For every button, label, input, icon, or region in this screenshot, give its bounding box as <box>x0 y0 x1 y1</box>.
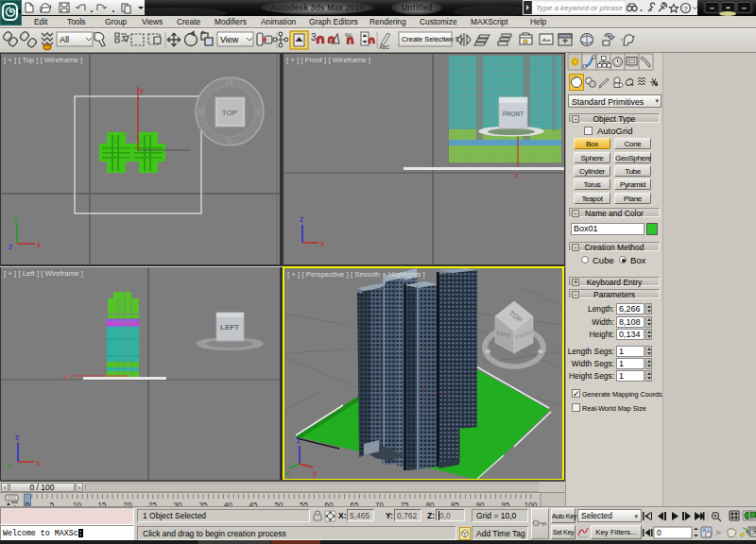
svg-text:y: y <box>140 86 144 94</box>
svg-text:z: z <box>9 242 12 251</box>
svg-text:Autodesk 3ds Max 2010: Autodesk 3ds Max 2010 <box>270 3 364 12</box>
svg-text:?: ? <box>683 5 688 13</box>
svg-text:FRONT: FRONT <box>503 110 524 117</box>
svg-text:y: y <box>14 213 19 223</box>
svg-text:x: x <box>37 240 42 249</box>
svg-text:TOP: TOP <box>222 109 237 117</box>
svg-text:ABC: ABC <box>379 44 389 50</box>
svg-text:z: z <box>297 435 301 445</box>
svg-text:All: All <box>60 35 69 44</box>
svg-text:Create Selection Se: Create Selection Se <box>402 35 464 43</box>
svg-text:N: N <box>226 76 233 87</box>
svg-text:Type a keyword or phrase: Type a keyword or phrase <box>536 4 623 12</box>
svg-text:3: 3 <box>311 32 317 42</box>
svg-text:x: x <box>285 468 290 478</box>
svg-text:x: x <box>515 171 519 179</box>
svg-text:x: x <box>193 146 197 155</box>
svg-text:Untitled: Untitled <box>402 3 433 12</box>
svg-text:View: View <box>220 35 239 44</box>
svg-text:x: x <box>320 239 325 248</box>
svg-text:y: y <box>313 468 318 478</box>
svg-text:0: 0 <box>657 528 662 537</box>
svg-text:x: x <box>36 458 41 468</box>
svg-text:z: z <box>15 433 19 442</box>
svg-text:E: E <box>256 106 263 117</box>
svg-text:z: z <box>300 214 303 224</box>
svg-text:S: S <box>226 137 232 148</box>
svg-text:y: y <box>8 460 12 469</box>
svg-text:W: W <box>195 106 205 117</box>
svg-text:LEFT: LEFT <box>220 323 239 332</box>
svg-text:y: y <box>63 372 67 381</box>
